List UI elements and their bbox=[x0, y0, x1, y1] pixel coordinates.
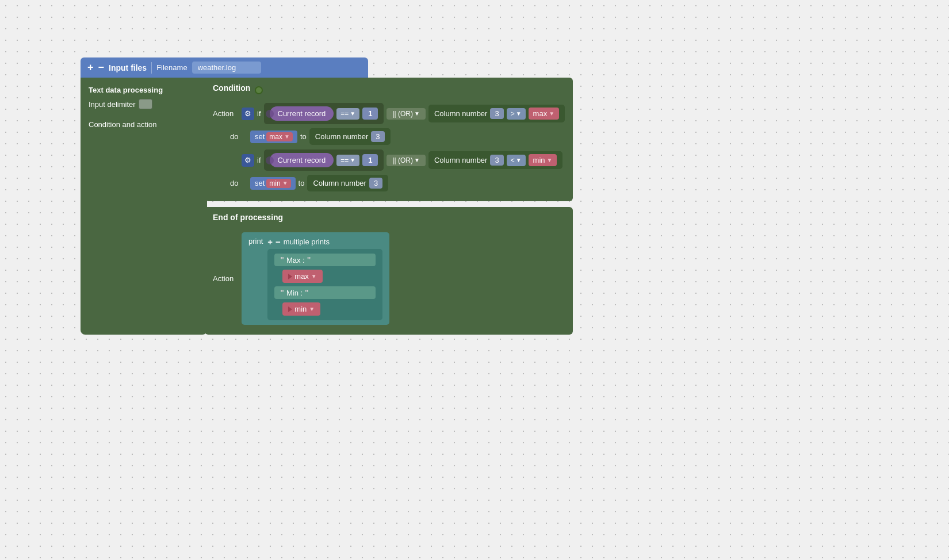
condition-panel: Condition Action ⚙ if Current record == bbox=[205, 78, 573, 201]
text-data-label: Text data processing bbox=[89, 86, 199, 94]
current-record-label-2: Current record bbox=[278, 156, 326, 164]
set-min-var[interactable]: min ▼ bbox=[266, 179, 290, 188]
or-op-1[interactable]: || (OR) ▼ bbox=[387, 108, 425, 120]
min-var-pill[interactable]: min ▼ bbox=[282, 302, 320, 316]
to-label-1: to bbox=[300, 132, 307, 141]
action-row-1: Action ⚙ if Current record == ▼ 1 bbox=[213, 103, 565, 124]
to-label-2: to bbox=[299, 179, 305, 187]
remove-input-button[interactable]: − bbox=[98, 62, 105, 74]
if-gear-1[interactable]: ⚙ bbox=[242, 108, 254, 120]
col-condition-2: Column number 3 < ▼ min ▼ bbox=[428, 151, 563, 169]
end-panel: End of processing Action print + − multi… bbox=[205, 207, 573, 335]
if-condition-2: Current record == ▼ 1 bbox=[264, 149, 384, 171]
end-action-label: Action bbox=[213, 274, 239, 283]
do-row-2: do set min ▼ to Column number 3 bbox=[213, 175, 565, 191]
header-bar: + − Input files Filename bbox=[81, 57, 368, 78]
current-record-pill-1[interactable]: Current record bbox=[270, 106, 334, 121]
val-2: 1 bbox=[362, 154, 378, 166]
do-col-2: Column number 3 bbox=[307, 175, 388, 191]
do-col-num-1: 3 bbox=[371, 131, 384, 142]
col-num-2: 3 bbox=[490, 155, 503, 166]
end-title: End of processing bbox=[213, 213, 283, 222]
max-string-pill: " Max : " bbox=[274, 254, 376, 266]
min-string-pill: " Min : " bbox=[274, 286, 376, 299]
do-row-1: do set max ▼ to Column number 3 bbox=[213, 128, 565, 145]
col-num-1: 3 bbox=[490, 108, 503, 119]
end-action-row: Action print + − multiple prints bbox=[213, 232, 565, 325]
do-label-1: do bbox=[230, 132, 247, 141]
print-label: print bbox=[248, 237, 263, 246]
print-minus-btn[interactable]: − bbox=[275, 237, 281, 247]
print-block: print + − multiple prints " bbox=[242, 232, 389, 325]
if-gear-2[interactable]: ⚙ bbox=[242, 154, 254, 167]
max-var-pill[interactable]: max ▼ bbox=[282, 270, 322, 283]
comp-op-1[interactable]: > ▼ bbox=[507, 108, 526, 120]
input-files-label: Input files bbox=[109, 63, 147, 72]
delimiter-toggle[interactable] bbox=[139, 99, 152, 109]
min-var-1[interactable]: min ▼ bbox=[529, 154, 557, 166]
condition-action-label: Condition and action bbox=[89, 120, 199, 129]
or-op-2[interactable]: || (OR) ▼ bbox=[387, 155, 425, 166]
action-row-2: ⚙ if Current record == ▼ 1 || (OR) bbox=[213, 149, 565, 171]
input-delimiter-row: Input delimiter bbox=[89, 99, 199, 109]
do-label-2: do bbox=[230, 179, 247, 187]
multiple-prints-label: multiple prints bbox=[284, 237, 330, 246]
col-condition-1: Column number 3 > ▼ max ▼ bbox=[428, 105, 565, 122]
set-btn-2: set min ▼ bbox=[250, 177, 296, 190]
val-1: 1 bbox=[362, 108, 378, 120]
filename-label: Filename bbox=[156, 63, 187, 72]
print-plus-btn[interactable]: + bbox=[267, 237, 273, 247]
do-col-1: Column number 3 bbox=[309, 128, 391, 145]
if-label-2: if bbox=[257, 156, 261, 164]
current-record-pill-2[interactable]: Current record bbox=[270, 153, 334, 167]
input-delimiter-label: Input delimiter bbox=[89, 100, 136, 109]
col-label-2: Column number bbox=[434, 156, 488, 164]
max-var-1[interactable]: max ▼ bbox=[529, 108, 559, 120]
eq-operator-2[interactable]: == ▼ bbox=[336, 155, 359, 166]
print-inner: " Max : " max ▼ bbox=[267, 249, 382, 320]
current-record-label-1: Current record bbox=[278, 109, 326, 118]
set-max-var[interactable]: max ▼ bbox=[266, 132, 293, 141]
add-input-button[interactable]: + bbox=[87, 62, 94, 74]
eq-operator-1[interactable]: == ▼ bbox=[336, 108, 359, 120]
filename-input[interactable] bbox=[192, 62, 261, 74]
col-label-1: Column number bbox=[434, 109, 488, 118]
comp-op-2[interactable]: < ▼ bbox=[507, 155, 526, 166]
if-label-1: if bbox=[257, 109, 261, 118]
left-sidebar: Text data processing Input delimiter Con… bbox=[81, 78, 207, 335]
condition-title: Condition bbox=[213, 83, 250, 93]
do-col-num-2: 3 bbox=[369, 178, 382, 189]
action-label-1: Action bbox=[213, 109, 239, 118]
if-condition-1: Current record == ▼ 1 bbox=[264, 103, 384, 124]
set-btn-1: set max ▼ bbox=[250, 131, 297, 143]
